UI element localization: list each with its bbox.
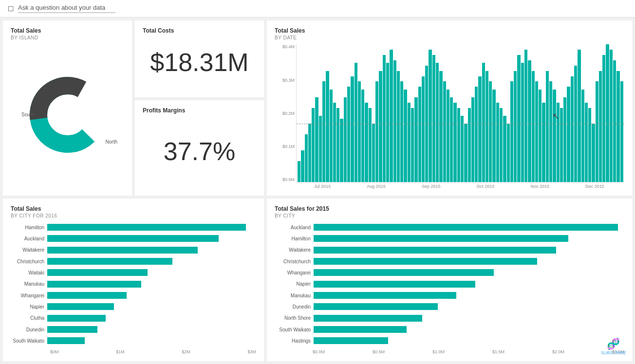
hist-x-axis: Jul 2015 Aug 2015 Sep 2015 Oct 2015 Nov … [296, 184, 624, 189]
bar-2015-x-axis: $0.0M $0.5M $1.0M $1.5M $2.0M $2.5M [275, 349, 624, 354]
hist-bar [478, 76, 481, 182]
top-bar-text[interactable]: Ask a question about your data [18, 4, 105, 11]
hist-bar [468, 108, 471, 182]
bar-fill [314, 315, 422, 322]
bar-row: Waitakere [11, 245, 256, 255]
bar-row: Dunedin [275, 302, 624, 311]
card-total-sales-donut-title: Total Sales [11, 27, 124, 34]
bar-fill [47, 315, 106, 322]
hist-bar [330, 90, 333, 182]
card-total-costs: Total Costs $18.31M [135, 20, 264, 97]
bar-track [47, 247, 256, 254]
bar-track [314, 315, 624, 322]
hist-bar [379, 71, 382, 182]
bar-row: Napier [275, 279, 624, 289]
bar-track [314, 269, 624, 276]
bar-label: Whangarei [275, 270, 314, 275]
hist-bar [450, 97, 453, 182]
histogram-wrapper: $0.4M $0.3M $0.2M $0.1M $0.0M Jul 2015 A… [275, 44, 624, 189]
x-label-oct: Oct 2015 [477, 184, 495, 189]
hist-bar [620, 81, 623, 182]
dashboard: Total Sales BY ISLAND South North Total … [0, 18, 635, 364]
hist-bar [539, 90, 542, 182]
subscribe-label: SUBSCRIBE [601, 350, 626, 355]
hist-bar [355, 63, 357, 182]
bar-label: North Shore [275, 315, 314, 321]
hist-bars [297, 44, 624, 182]
hist-bar [532, 71, 535, 182]
hist-bar [606, 44, 609, 182]
card-profit-margins: Profits Margins 37.7% [135, 100, 264, 196]
hist-bar [567, 87, 570, 182]
hist-bar [397, 71, 400, 182]
hist-area: $0.4M $0.3M $0.2M $0.1M $0.0M [296, 44, 624, 182]
bar-label: Dunedin [11, 327, 47, 332]
y-label-0: $0.0M [275, 177, 295, 182]
card-total-sales-date-subtitle: BY DATE [275, 35, 624, 40]
bar-label: Whangarei [11, 293, 47, 298]
bar-label: Manukau [11, 281, 47, 287]
bar-fill [314, 258, 537, 265]
bar-label: Waitaki [11, 270, 47, 275]
bar-label: Christchurch [11, 259, 47, 264]
x-label-dec: Dec 2015 [585, 184, 604, 189]
donut-label-south: South [21, 112, 34, 117]
bar-row: Hamilton [11, 222, 256, 232]
bar-track [47, 315, 256, 322]
bar-track [47, 303, 256, 310]
bar-row: Dunedin [11, 325, 256, 334]
hist-bar [581, 90, 584, 182]
bar-row: Manukau [275, 291, 624, 300]
bar-row: Whangarei [275, 268, 624, 277]
bar-row: Whangarei [11, 291, 256, 300]
bar-fill [47, 303, 114, 310]
bar-track [314, 224, 624, 231]
hist-bar [563, 97, 566, 182]
hist-bar [400, 81, 403, 182]
bar-track [47, 292, 256, 299]
bar-label: Hamilton [11, 225, 47, 230]
hist-bar [517, 55, 520, 182]
donut-container: South North [11, 40, 124, 189]
bar-track [47, 326, 256, 333]
bar-row: Napier [11, 302, 256, 311]
hist-bar [557, 103, 560, 182]
y-label-1: $0.1M [275, 144, 295, 149]
hist-bar [592, 124, 595, 182]
card-profit-margins-value: 37.7% [143, 114, 256, 189]
bar-row: Hamilton [275, 234, 624, 243]
bar-fill [314, 269, 494, 276]
bar-track [314, 303, 624, 310]
bar-fill [47, 281, 141, 288]
bar-track [47, 281, 256, 288]
hist-bar [521, 63, 524, 182]
bar-fill [314, 303, 438, 310]
bar-label: Napier [11, 304, 47, 309]
card-bar-2015-title: Total Sales for 2015 [275, 205, 624, 212]
bar-fill [314, 247, 556, 254]
bar-label: Manukau [275, 293, 314, 298]
bar-row: North Shore [275, 313, 624, 323]
subscribe-badge[interactable]: 🧬 SUBSCRIBE [601, 338, 626, 355]
hist-bar [386, 63, 389, 182]
bar-track [47, 258, 256, 265]
bar-label: Napier [275, 281, 314, 287]
hist-bar [383, 55, 386, 182]
bar-row: Auckland [275, 222, 624, 232]
bar-label: Hastings [275, 338, 314, 344]
hist-bar [453, 103, 456, 182]
bar-track [314, 292, 624, 299]
bar-fill [314, 292, 456, 299]
card-bar-2016-subtitle: BY CITY FOR 2016 [11, 213, 256, 218]
bar-track [47, 269, 256, 276]
bar-chart-2015: Auckland Hamilton Waitakere Christchurch… [275, 222, 624, 347]
card-total-sales-donut: Total Sales BY ISLAND South North [3, 20, 132, 196]
bar-track [47, 235, 256, 242]
bar-fill [47, 326, 97, 333]
card-bar-2015-subtitle: BY CITY [275, 213, 624, 218]
hist-bar [308, 124, 311, 182]
x-label-sep: Sep 2015 [422, 184, 441, 189]
hist-bar [613, 60, 616, 182]
hist-bar [432, 55, 435, 182]
bar-row: Clutha [11, 313, 256, 323]
